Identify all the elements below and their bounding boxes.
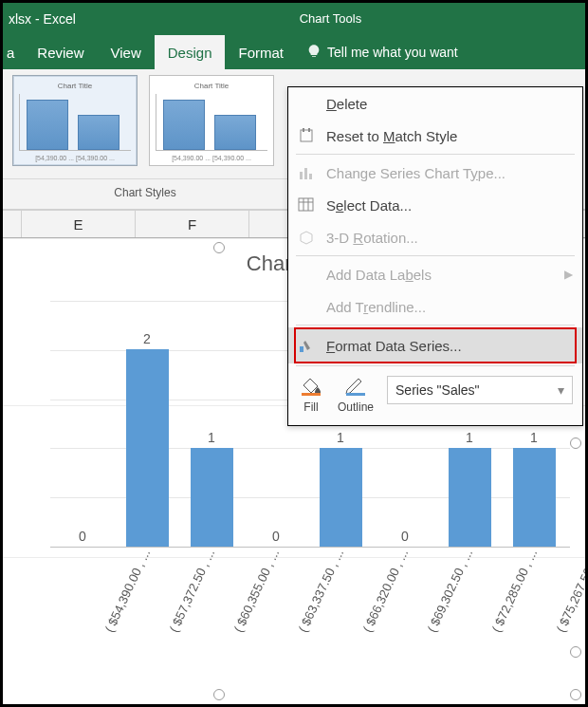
format-series-icon: [296, 335, 317, 356]
chevron-right-icon: ▶: [564, 268, 573, 281]
ctx-reset-match-style[interactable]: Reset to Match Style: [288, 120, 582, 152]
ctx-format-data-series[interactable]: Format Data Series...: [288, 327, 582, 363]
selection-handle[interactable]: [213, 242, 225, 253]
series-selector-label: Series "Sales": [395, 382, 480, 398]
outline-label: Outline: [338, 400, 374, 414]
blank-icon: [296, 264, 317, 285]
separator: [296, 255, 575, 256]
blank-icon: [296, 296, 317, 317]
tab-partial-left[interactable]: a: [3, 35, 24, 69]
svg-rect-3: [300, 172, 303, 179]
ribbon-tabs: a Review View Design Format Tell me what…: [3, 35, 585, 69]
bar-value-label: 0: [255, 529, 298, 544]
bar-value-label: 0: [62, 529, 104, 544]
ctx-add-trendline: Add Trendline...: [288, 290, 582, 323]
category-label: ( $54,390.00 , ...: [101, 567, 143, 635]
tab-design[interactable]: Design: [155, 35, 226, 69]
ctx-delete[interactable]: Delete: [288, 87, 582, 120]
bar[interactable]: [513, 448, 556, 547]
thumb-foot: [54,390.00 ... [54,390.00 ...: [156, 155, 267, 161]
chart-tools-label: Chart Tools: [264, 3, 396, 35]
separator: [296, 365, 575, 366]
tab-format[interactable]: Format: [225, 35, 297, 69]
svg-rect-1: [303, 128, 304, 132]
ctx-select-data[interactable]: Select Data...: [288, 189, 582, 221]
chart-style-2[interactable]: Chart Title [54,390.00 ... [54,390.00 ..…: [149, 75, 274, 166]
thumb-foot: [54,390.00 ... [54,390.00 ...: [19, 155, 131, 161]
category-label: ( $60,355.00 , ...: [230, 567, 272, 635]
outline-button[interactable]: Outline: [338, 376, 374, 414]
bar[interactable]: [191, 448, 233, 547]
col-head-f[interactable]: F: [136, 211, 249, 237]
thumb-title: Chart Title: [156, 82, 267, 90]
tab-review[interactable]: Review: [24, 35, 97, 69]
bar-value-label: 1: [191, 430, 233, 445]
separator: [296, 325, 575, 326]
ctx-change-chart-type: Change Series Chart Type...: [288, 157, 582, 189]
chart-type-icon: [296, 162, 317, 183]
chevron-down-icon: ▾: [558, 382, 564, 398]
category-label: ( $63,337.50 , ...: [295, 567, 337, 635]
svg-rect-5: [309, 174, 312, 179]
bar[interactable]: [449, 448, 491, 547]
pen-icon: [342, 376, 369, 397]
app-title: xlsx - Excel: [3, 11, 76, 27]
chart-style-1[interactable]: Chart Title [54,390.00 ... [54,390.00 ..…: [12, 75, 138, 166]
cube-icon: [296, 227, 317, 248]
category-label: ( $57,372.50 , ...: [166, 567, 208, 635]
category-label: ( $69,302.50 , ...: [424, 567, 466, 635]
bar-value-label: 1: [320, 430, 362, 445]
bar[interactable]: [126, 349, 169, 547]
fill-button[interactable]: Fill: [298, 376, 324, 414]
svg-rect-12: [346, 393, 365, 396]
bucket-icon: [298, 376, 324, 397]
category-label: ( $72,285.00 , ...: [488, 567, 530, 635]
category-label: ( $66,320.00 , ...: [359, 567, 401, 635]
svg-rect-10: [300, 346, 303, 352]
svg-rect-0: [301, 130, 312, 141]
thumb-title: Chart Title: [19, 82, 131, 90]
fill-label: Fill: [303, 400, 318, 414]
bar-value-label: 1: [449, 430, 491, 445]
reset-icon: [296, 125, 317, 146]
series-selector[interactable]: Series "Sales" ▾: [387, 376, 573, 404]
tab-view[interactable]: View: [98, 35, 155, 69]
svg-rect-4: [304, 168, 307, 179]
tell-me-label: Tell me what you want: [327, 45, 458, 60]
title-bar: xlsx - Excel Chart Tools: [3, 3, 585, 35]
bulb-icon: [306, 44, 322, 62]
ctx-3d-rotation: 3-D Rotation...: [288, 221, 582, 253]
mini-toolbar: Fill Outline Series "Sales" ▾: [288, 368, 582, 425]
blank-icon: [296, 93, 317, 114]
bar-value-label: 1: [513, 430, 556, 445]
bar-value-label: 0: [384, 529, 427, 544]
tell-me[interactable]: Tell me what you want: [297, 35, 468, 69]
svg-rect-11: [302, 393, 321, 396]
select-data-icon: [296, 195, 317, 215]
context-menu: Delete Reset to Match Style Change Serie…: [287, 86, 583, 426]
ctx-add-data-labels: Add Data Labels ▶: [288, 258, 582, 290]
col-head-e[interactable]: E: [22, 211, 136, 237]
bar[interactable]: [320, 448, 362, 547]
separator: [296, 154, 575, 155]
svg-rect-6: [299, 198, 313, 211]
svg-rect-2: [308, 128, 310, 132]
ribbon-group-chart-styles: Chart Styles: [3, 178, 287, 205]
bar-value-label: 2: [126, 331, 169, 346]
